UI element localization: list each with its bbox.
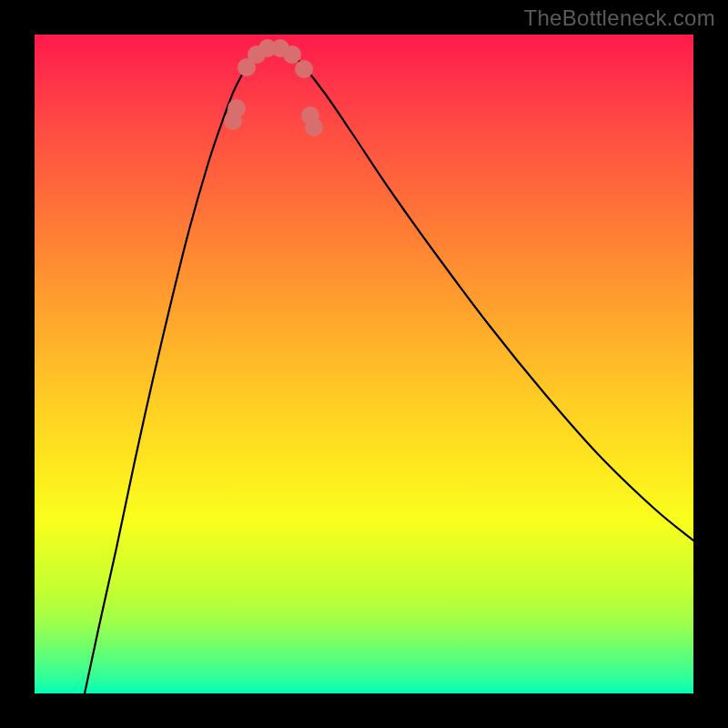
chart-plot-area <box>35 35 693 693</box>
chart-stage: TheBottleneck.com <box>0 0 728 728</box>
data-marker <box>228 99 246 117</box>
chart-frame <box>0 0 728 728</box>
watermark-text: TheBottleneck.com <box>523 5 715 31</box>
curve-right-branch <box>289 52 693 541</box>
curve-left-branch <box>85 52 257 693</box>
marker-group <box>224 39 323 136</box>
chart-svg <box>35 35 693 693</box>
data-marker <box>295 60 313 78</box>
data-marker <box>283 46 301 64</box>
data-marker <box>305 118 323 136</box>
